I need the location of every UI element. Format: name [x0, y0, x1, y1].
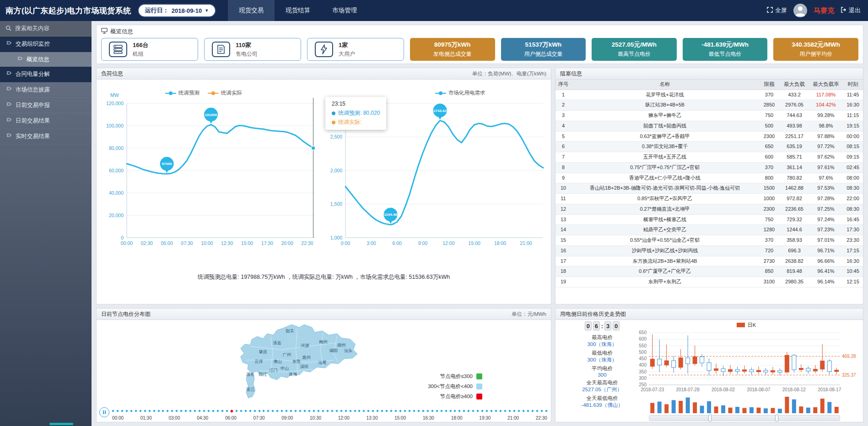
timeline-dot[interactable] — [139, 410, 142, 412]
timeline-dot[interactable] — [376, 410, 379, 412]
timeline-dot[interactable] — [449, 410, 452, 412]
timeline-dot[interactable] — [189, 410, 192, 412]
price-stat-value[interactable]: 300（珠海） — [587, 341, 617, 348]
timeline-dot[interactable] — [481, 410, 484, 412]
timeline-dot[interactable] — [394, 410, 397, 412]
timeline-dot[interactable] — [267, 410, 270, 412]
metric-card[interactable]: -481.639元/MWh最低节点电价 — [683, 38, 768, 61]
timeline-dot[interactable] — [167, 410, 169, 412]
timeline-dot[interactable] — [230, 409, 233, 412]
info-card[interactable]: 110家售电公司 — [204, 38, 301, 61]
timeline-dot[interactable] — [280, 410, 283, 412]
timeline-dot[interactable] — [349, 410, 352, 412]
timeline-dot[interactable] — [468, 410, 470, 412]
metric-card[interactable]: 51537万kWh用户侧总成交量 — [501, 38, 586, 61]
timeline-dot[interactable] — [495, 410, 497, 412]
load-forecast-chart[interactable]: 020,00040,00060,00080,000100,000120,0000… — [98, 81, 320, 250]
timeline-dot[interactable] — [404, 410, 406, 412]
timeline-dot[interactable] — [194, 410, 196, 412]
timeline-dot[interactable] — [545, 410, 548, 412]
timeline-dot[interactable] — [184, 410, 187, 412]
timeline-dot[interactable] — [485, 410, 488, 412]
timeline-dot[interactable] — [454, 410, 457, 412]
timeline-dot[interactable] — [244, 410, 247, 412]
timeline-dot[interactable] — [531, 410, 534, 412]
info-card[interactable]: 166台机组 — [101, 38, 198, 61]
timeline-dot[interactable] — [499, 410, 502, 412]
timeline-dot[interactable] — [276, 410, 279, 412]
timeline-dot[interactable] — [112, 410, 114, 412]
timeline-dot[interactable] — [335, 410, 338, 412]
timeline-dot[interactable] — [354, 410, 356, 412]
timeline-dot[interactable] — [345, 410, 347, 412]
timeline-dot[interactable] — [431, 410, 434, 412]
kline-range-slider[interactable] — [649, 415, 840, 421]
price-stat-value[interactable]: 300（珠海） — [587, 357, 617, 363]
legend-item[interactable]: 统调预测 — [165, 90, 199, 96]
timeline-dot[interactable] — [299, 410, 302, 412]
header-tab[interactable]: 现货交易 — [228, 0, 275, 21]
sidebar-item[interactable]: 实时交易结果 — [0, 129, 92, 144]
timeline-dot[interactable] — [153, 410, 156, 412]
timeline-play-button[interactable] — [99, 407, 109, 417]
timeline-dot[interactable] — [440, 410, 443, 412]
timeline-dot[interactable] — [285, 410, 288, 412]
timeline-dot[interactable] — [331, 410, 334, 412]
timeline-dot[interactable] — [518, 410, 520, 412]
timeline-dot[interactable] — [358, 410, 361, 412]
timeline-dot[interactable] — [445, 410, 447, 412]
timeline-dot[interactable] — [207, 410, 210, 412]
price-stat-value[interactable]: 2527.05（广州） — [582, 386, 622, 393]
kline-chart[interactable]: 650600550500450400350300250469.28325.372… — [631, 329, 861, 415]
timeline-dot[interactable] — [472, 410, 474, 412]
timeline-dot[interactable] — [144, 410, 146, 412]
timeline-dot[interactable] — [340, 410, 343, 412]
timeline-dot[interactable] — [212, 410, 215, 412]
timeline-dot[interactable] — [458, 410, 461, 412]
timeline-dot[interactable] — [367, 410, 370, 412]
header-tab[interactable]: 现货结算 — [275, 0, 321, 21]
timeline-dot[interactable] — [390, 410, 393, 412]
timeline-dot[interactable] — [436, 410, 438, 412]
avatar[interactable] — [793, 4, 807, 17]
timeline-dot[interactable] — [399, 410, 402, 412]
sidebar-item[interactable]: 市场信息披露 — [0, 82, 92, 98]
guangdong-map[interactable]: 韶关清远河源梅州潮州揭阳汕头汕尾惠州广州肇庆云浮佛山东莞深圳中山珠海江门阳江茂名… — [216, 322, 375, 400]
info-card[interactable]: 1家大用户 — [307, 38, 404, 61]
timeline-dot[interactable] — [513, 410, 516, 412]
timeline-dot[interactable] — [326, 410, 329, 412]
slider-handle-left[interactable] — [708, 415, 712, 421]
timeline-dot[interactable] — [180, 410, 183, 412]
timeline-dot[interactable] — [476, 410, 479, 412]
timeline-dot[interactable] — [116, 410, 119, 412]
slider-handle-right[interactable] — [775, 415, 778, 421]
timeline-dots[interactable] — [112, 408, 547, 414]
fullscreen-button[interactable]: 全屏 — [767, 6, 787, 15]
timeline-dot[interactable] — [540, 410, 543, 412]
sidebar-scrollbar[interactable] — [49, 423, 73, 425]
timeline-dot[interactable] — [121, 410, 124, 412]
sidebar-item[interactable]: 合同电量分解 — [0, 67, 92, 82]
timeline-dot[interactable] — [504, 410, 507, 412]
timeline-dot[interactable] — [363, 410, 366, 412]
timeline-dot[interactable] — [130, 410, 133, 412]
timeline-dot[interactable] — [258, 410, 261, 412]
header-tab[interactable]: 市场管理 — [321, 0, 368, 21]
timeline-dot[interactable] — [135, 410, 137, 412]
timeline-dot[interactable] — [203, 410, 205, 412]
timeline-dot[interactable] — [249, 410, 252, 412]
timeline-dot[interactable] — [125, 410, 128, 412]
sidebar-subitem[interactable]: 概览信息 — [0, 52, 92, 67]
timeline-dot[interactable] — [372, 410, 374, 412]
timeline-dot[interactable] — [148, 410, 151, 412]
timeline-dot[interactable] — [527, 410, 529, 412]
timeline-dot[interactable] — [508, 410, 511, 412]
price-stat-value[interactable]: 300 — [598, 372, 606, 378]
timeline-dot[interactable] — [463, 410, 466, 412]
sidebar-item[interactable]: 日前交易结果 — [0, 113, 92, 129]
timeline-dot[interactable] — [308, 410, 311, 412]
sidebar-item[interactable]: 日前交易申报 — [0, 98, 92, 113]
sidebar-search[interactable]: 搜索相关内容 — [0, 21, 92, 37]
timeline-dot[interactable] — [216, 410, 219, 412]
metric-card[interactable]: 80975万kWh发电侧总成交量 — [410, 38, 495, 61]
